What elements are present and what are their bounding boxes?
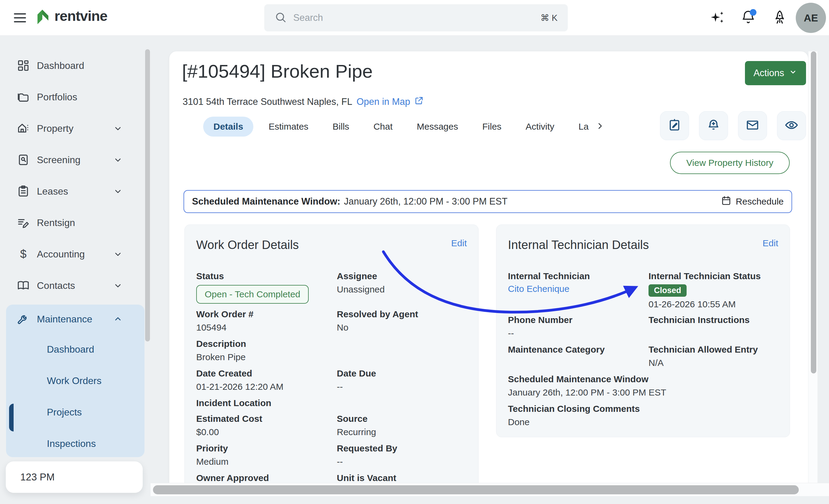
sidebar-item-rentsign[interactable]: Rentsign [0,207,145,238]
edit-work-order-link[interactable]: Edit [451,238,467,248]
sidebar-item-contacts[interactable]: Contacts [0,270,145,301]
ai-sparkles-button[interactable] [707,7,728,28]
send-email-button[interactable] [738,111,767,140]
main-vertical-scrollbar-thumb[interactable] [811,51,816,374]
field-technician-instructions: Technician Instructions [649,315,778,339]
property-address-row: 3101 54th Terrace Southwest Naples, FL O… [183,95,424,108]
chevron-down-icon [112,154,123,165]
add-note-button[interactable] [660,111,689,140]
dollar-icon: $ [16,247,30,261]
sidebar-item-label: Dashboard [37,60,84,71]
field-owner-approved: Owner Approved [196,473,337,483]
main-horizontal-scrollbar-thumb[interactable] [153,485,799,494]
sidebar-item-maintenance-dashboard[interactable]: Dashboard [6,334,145,365]
field-internal-technician-status: Internal Technician Status Closed 01-26-… [649,271,778,309]
banner-label: Scheduled Maintenance Window: [192,196,340,207]
technician-status-timestamp: 01-26-2026 10:55 AM [649,299,778,309]
sidebar-item-screening[interactable]: Screening [0,144,145,176]
search-icon [275,11,287,25]
search-input[interactable]: Search ⌘ K [264,4,568,31]
clock-text: 123 PM [20,471,55,483]
active-nav-accent-bar [9,404,13,431]
search-shortcut: ⌘ K [541,13,557,23]
field-scheduled-maintenance-window: Scheduled Maintenance Window January 26t… [508,374,778,398]
sidebar-item-portfolios[interactable]: Portfolios [0,81,145,113]
screening-document-search-icon [16,153,30,166]
avatar-initials: AE [804,12,818,24]
field-date-created: Date Created 01-21-2026 12:20 AM [196,368,337,392]
contacts-book-icon [16,279,30,292]
watchers-button[interactable] [777,111,806,140]
chevron-down-icon [112,123,123,134]
sidebar-item-label: Leases [37,186,68,197]
internal-technician-fields: Internal Technician Cito Echenique Inter… [508,271,778,428]
eye-icon [784,118,799,133]
tab-labels-truncated[interactable]: La [570,117,590,137]
page-title: [#105494] Broken Pipe [182,61,373,82]
sidebar-item-accounting[interactable]: $ Accounting [0,238,145,270]
sidebar-item-work-orders[interactable]: Work Orders [6,365,145,396]
rentsign-signature-icon [16,216,30,229]
field-technician-allowed-entry: Technician Allowed Entry N/A [649,344,778,369]
field-maintenance-category: Maintenance Category [508,344,649,369]
avatar[interactable]: AE [796,3,826,33]
technician-link[interactable]: Cito Echenique [508,284,569,294]
field-date-due: Date Due -- [337,368,467,392]
whats-new-button[interactable] [769,7,790,28]
edit-internal-technician-link[interactable]: Edit [762,238,778,248]
sidebar-scrollbar-thumb[interactable] [145,49,150,342]
sidebar-item-label: Portfolios [37,91,77,103]
sidebar-item-label: Screening [37,154,80,165]
sidebar-item-dashboard[interactable]: Dashboard [0,50,145,81]
field-status: Status Open - Tech Completed [196,271,337,304]
hamburger-menu-icon[interactable] [14,13,26,23]
notification-badge-dot [750,9,756,16]
tab-activity[interactable]: Activity [517,117,564,137]
sidebar-item-inspections[interactable]: Inspections [6,428,145,459]
view-property-history-button[interactable]: View Property History [670,152,790,174]
tab-messages[interactable]: Messages [408,117,467,137]
sidebar-item-leases[interactable]: Leases [0,176,145,207]
tab-chat[interactable]: Chat [364,117,401,137]
add-notification-button[interactable] [699,111,728,140]
main-vertical-scrollbar-track [808,51,818,483]
sidebar-subitem-label: Inspections [47,438,96,449]
field-unit-is-vacant: Unit is Vacant [337,473,467,483]
bell-plus-icon [706,118,721,133]
property-house-icon [16,122,30,135]
actions-button[interactable]: Actions [745,61,806,85]
sidebar-item-projects[interactable]: Projects [6,396,145,428]
tab-bills[interactable]: Bills [324,117,358,137]
tab-bar: Details Estimates Bills Chat Messages Fi… [203,117,605,137]
notifications-button[interactable] [738,7,759,28]
search-placeholder: Search [293,12,534,23]
field-internal-technician: Internal Technician Cito Echenique [508,271,649,309]
sidebar-item-label: Rentsign [37,217,75,228]
open-in-map-link[interactable]: Open in Map [356,95,424,108]
clock-widget: 123 PM [6,461,143,493]
view-property-history-label: View Property History [686,158,773,168]
reschedule-button[interactable]: Reschedule [721,195,784,208]
rentvine-logo[interactable]: rentvine [37,5,107,26]
field-empty [337,398,467,408]
chevron-down-icon [789,67,798,79]
tab-estimates[interactable]: Estimates [259,117,318,137]
field-description: Description Broken Pipe [196,339,337,363]
sparkles-icon [710,9,725,26]
card-title: Internal Technician Details [508,238,649,252]
tabs-overflow-chevron-right-icon[interactable] [595,121,605,132]
field-incident-location: Incident Location [196,398,337,408]
sidebar-item-maintenance[interactable]: Maintenance [6,305,145,334]
wrench-icon [16,312,30,326]
tab-details[interactable]: Details [203,117,253,137]
brand-name: rentvine [55,7,107,24]
tab-files[interactable]: Files [473,117,510,137]
sidebar-item-property[interactable]: Property [0,113,145,144]
chevron-up-icon [112,314,123,324]
field-assignee: Assignee Unassigned [337,271,467,304]
sidebar-subitem-label: Dashboard [47,344,94,355]
reschedule-label: Reschedule [736,196,784,207]
rentvine-logo-mark-icon [37,5,50,26]
calendar-icon [721,195,732,208]
field-priority: Priority Medium [196,443,337,467]
